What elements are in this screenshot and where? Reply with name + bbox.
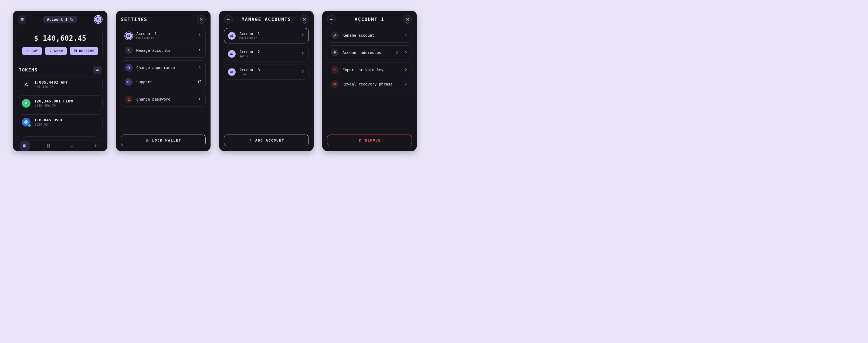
arrow-left-icon	[226, 17, 230, 22]
addresses-label: Account addresses	[342, 50, 392, 55]
svg-rect-2	[74, 49, 75, 51]
chain-badge-icon	[28, 124, 31, 127]
svg-point-18	[129, 82, 129, 83]
account-name: Account 2	[239, 49, 297, 54]
usdc-icon	[22, 118, 31, 127]
tab-apps[interactable]	[43, 141, 53, 151]
remove-label: REMOVE	[365, 138, 381, 142]
copy-icon	[70, 18, 73, 21]
close-icon	[302, 17, 307, 22]
chevron-right-icon	[404, 33, 408, 38]
detail-title: ACCOUNT 1	[338, 17, 401, 22]
svg-point-22	[334, 70, 335, 71]
balance-card: $ 140,602.45 BUY SEND RECEIVE	[18, 29, 102, 60]
chevron-right-icon	[301, 69, 305, 74]
tab-swap[interactable]	[67, 141, 77, 151]
account-name: Account 3	[239, 68, 297, 72]
rename-label: Rename account	[342, 33, 400, 37]
trash-icon	[358, 138, 362, 142]
receive-button[interactable]: RECEIVE	[70, 47, 98, 55]
pencil-icon	[331, 32, 339, 39]
account-chip-label: Account 1	[47, 17, 67, 22]
profile-avatar[interactable]: A1	[94, 15, 102, 24]
token-amount: 116.045 USDC	[34, 118, 63, 122]
token-amount: 1,005.4402 APT	[34, 80, 68, 84]
addresses-row[interactable]: Account addresses 2	[328, 45, 412, 60]
manage-accounts-label: Manage accounts	[136, 48, 194, 53]
close-button[interactable]	[300, 15, 309, 24]
settings-account-row[interactable]: A1 Account 1 Multichain	[121, 28, 206, 43]
export-key-row[interactable]: Export private key	[328, 63, 412, 77]
add-account-button[interactable]: ADD ACCOUNT	[224, 135, 309, 146]
account-sub: Multichain	[239, 36, 297, 40]
menu-button[interactable]	[18, 15, 26, 24]
grid-icon	[46, 143, 51, 148]
export-key-label: Export private key	[342, 68, 400, 72]
token-amount: 120,345.001 FLOW	[34, 99, 73, 103]
reveal-phrase-row[interactable]: Reveal recovery phrase	[328, 77, 412, 91]
menu-icon	[20, 17, 24, 22]
send-button[interactable]: SEND	[45, 47, 67, 55]
appearance-row[interactable]: Change appearance	[121, 61, 206, 75]
account-row[interactable]: A3 Account 3 Flow	[224, 64, 309, 79]
swap-icon	[70, 143, 74, 148]
lock-wallet-button[interactable]: LOCK WALLET	[121, 135, 206, 146]
chevron-right-icon	[198, 97, 202, 102]
rename-row[interactable]: Rename account	[328, 28, 412, 42]
sparkle-icon	[248, 138, 252, 142]
back-button[interactable]	[224, 15, 232, 24]
svg-point-5	[98, 69, 98, 70]
key-icon	[331, 66, 339, 74]
manage-accounts-panel: MANAGE ACCOUNTS A1 Account 1 Multichain …	[219, 11, 314, 151]
account-sub: Aptos	[239, 55, 297, 58]
manage-accounts-row[interactable]: Manage accounts	[121, 43, 206, 58]
svg-rect-12	[49, 144, 50, 146]
back-button[interactable]	[327, 15, 336, 24]
close-button[interactable]	[403, 15, 412, 24]
svg-rect-7	[26, 102, 27, 103]
flow-icon	[22, 99, 31, 108]
add-account-label: ADD ACCOUNT	[255, 138, 284, 142]
token-row[interactable]: 1,005.4402 APT $15,346.24	[18, 77, 102, 92]
token-fiat: $140,456.00	[34, 104, 73, 108]
tab-bar	[13, 140, 107, 151]
change-password-row[interactable]: Change password	[121, 92, 206, 106]
account-avatar: A1	[125, 32, 132, 40]
remove-account-button[interactable]: REMOVE	[327, 135, 412, 146]
settings-title: SETTINGS	[121, 17, 194, 22]
token-row[interactable]: 120,345.001 FLOW $140,456.00	[18, 96, 102, 111]
close-button[interactable]	[197, 15, 206, 24]
filter-button[interactable]	[93, 66, 101, 74]
theme-icon	[125, 64, 132, 71]
tab-activity[interactable]	[91, 141, 100, 151]
tab-wallet[interactable]	[20, 141, 30, 151]
settings-panel: SETTINGS A1 Account 1 Multichain Manage …	[116, 11, 211, 151]
chevron-right-icon	[404, 50, 408, 55]
token-fiat: $120.05	[34, 123, 63, 127]
support-icon	[125, 78, 132, 86]
account-sub: Multichain	[136, 36, 194, 40]
account-row[interactable]: A1 Account 1 Multichain	[224, 28, 309, 43]
token-fiat: $15,346.24	[34, 85, 68, 89]
close-icon	[405, 17, 410, 22]
account-detail-panel: ACCOUNT 1 Rename account Account address…	[322, 11, 417, 151]
svg-rect-3	[75, 49, 76, 51]
reveal-phrase-label: Reveal recovery phrase	[342, 82, 400, 86]
appearance-label: Change appearance	[136, 66, 194, 70]
svg-rect-4	[74, 51, 75, 52]
svg-rect-11	[47, 144, 48, 146]
buy-button[interactable]: BUY	[22, 47, 42, 55]
support-row[interactable]: Support	[121, 75, 206, 89]
account-avatar: A2	[228, 50, 236, 58]
close-icon	[199, 17, 204, 22]
wallet-icon	[22, 143, 27, 148]
token-row[interactable]: 116.045 USDC $120.05	[18, 114, 102, 130]
eye-off-icon	[331, 80, 339, 88]
manage-title: MANAGE ACCOUNTS	[235, 17, 298, 22]
aptos-icon	[22, 80, 31, 89]
account-row[interactable]: A2 Account 2 Aptos	[224, 46, 309, 61]
account-selector[interactable]: Account 1	[43, 15, 77, 23]
avatar-label: A1	[97, 18, 100, 21]
chevron-right-icon	[301, 33, 305, 38]
account-avatar: A3	[228, 68, 236, 76]
